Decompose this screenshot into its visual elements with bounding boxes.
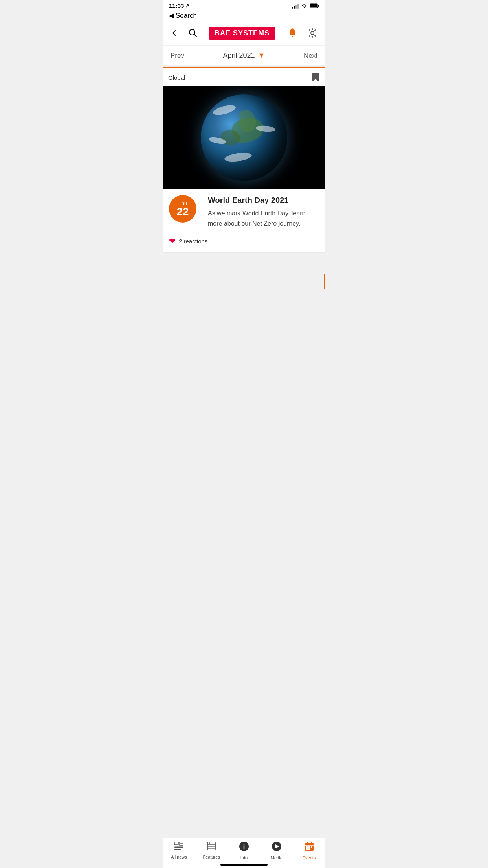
battery-icon <box>310 3 319 8</box>
back-button[interactable] <box>169 28 179 38</box>
svg-point-5 <box>311 31 314 35</box>
company-logo: BAE SYSTEMS <box>209 27 275 40</box>
reactions-count: 2 reactions <box>179 238 207 245</box>
search-button[interactable] <box>187 27 199 39</box>
next-month-button[interactable]: Next <box>304 52 317 60</box>
reactions-row[interactable]: ❤ 2 reactions <box>163 232 325 252</box>
month-selector[interactable]: April 2021 ▼ <box>223 51 265 60</box>
notification-button[interactable] <box>285 26 299 40</box>
scroll-indicator <box>324 274 325 289</box>
heart-icon: ❤ <box>169 236 176 246</box>
back-arrow-icon: ◀ <box>169 11 174 20</box>
back-label: Search <box>176 12 197 20</box>
wifi-icon <box>301 4 307 8</box>
card-header: Global <box>163 68 325 86</box>
svg-rect-1 <box>318 5 319 7</box>
app-header: BAE SYSTEMS <box>163 23 325 45</box>
bookmark-button[interactable] <box>311 72 320 83</box>
status-bar: 11:33 <box>163 0 325 11</box>
article-title: World Earth Day 2021 <box>208 195 319 205</box>
article-description: As we mark World Earth Day, learn more a… <box>208 208 319 228</box>
chevron-down-icon: ▼ <box>258 51 265 60</box>
current-month-label: April 2021 <box>223 51 255 60</box>
status-icons <box>292 3 319 9</box>
back-navigation: ◀ Search <box>163 11 325 23</box>
settings-button[interactable] <box>306 26 319 40</box>
article-tag: Global <box>168 74 185 81</box>
article-card: Global Thu 22 World Earth Day 2021 <box>163 67 325 252</box>
back-search-link[interactable]: ◀ Search <box>169 11 319 20</box>
signal-icon <box>292 3 299 9</box>
earth-graphic <box>201 94 287 181</box>
prev-month-button[interactable]: Prev <box>171 52 184 60</box>
date-badge: Thu 22 <box>169 195 196 223</box>
svg-point-4 <box>292 36 293 37</box>
status-time: 11:33 <box>169 2 190 9</box>
header-left <box>169 27 199 39</box>
month-navigation: Prev April 2021 ▼ Next <box>163 46 325 65</box>
article-image <box>163 86 325 189</box>
article-text: World Earth Day 2021 As we mark World Ea… <box>202 195 319 228</box>
svg-rect-2 <box>310 4 317 7</box>
article-content: Thu 22 World Earth Day 2021 As we mark W… <box>163 189 325 232</box>
header-right <box>285 26 319 40</box>
day-number: 22 <box>176 206 189 217</box>
